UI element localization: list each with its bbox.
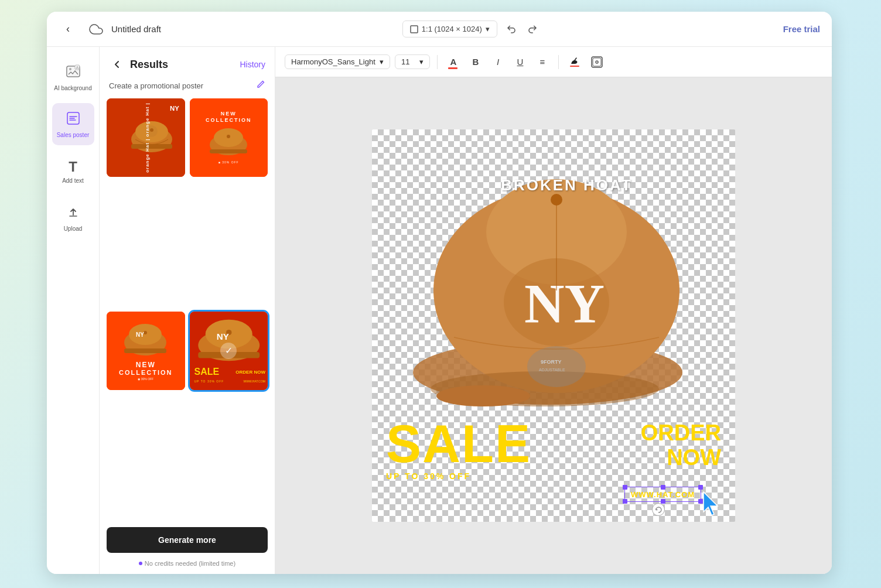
sidebar-item-upload[interactable]: Upload: [52, 197, 94, 239]
font-chevron-icon: ▾: [380, 57, 384, 66]
format-toolbar: HarmonyOS_Sans_Light ▾ 11 ▾ A B I: [275, 47, 832, 77]
result-card-3[interactable]: NY NEW COLLECTION ◉ 30% OFF: [107, 312, 185, 390]
canvas-workspace[interactable]: NY 9FORTY ADJUSTABLE: [275, 77, 832, 574]
selection-handle-bc: [661, 499, 665, 504]
card1-rotated-text: orange Hat | orange Hat |: [145, 102, 150, 173]
card2-hat-svg: [207, 126, 251, 158]
panel-back-button[interactable]: [109, 56, 125, 73]
svg-point-16: [227, 135, 230, 138]
cursor-arrow: [699, 490, 722, 522]
card4-sale: SALE: [194, 367, 220, 377]
ai-background-icon: AI: [66, 64, 81, 83]
card4-upto: UP TO 30% OFF: [194, 380, 224, 383]
card3-new: NEW: [136, 361, 156, 369]
cloud-icon: [87, 20, 105, 39]
card4-order: ORDER NOW: [235, 370, 265, 375]
card3-sub: ◉ 30% OFF: [138, 377, 153, 381]
panel-subtitle: Create a promotional poster: [100, 77, 275, 98]
bold-button[interactable]: B: [467, 53, 484, 71]
fill-icon: [569, 57, 580, 67]
sidebar-sales-poster-label: Sales poster: [57, 132, 90, 138]
font-family-select[interactable]: HarmonyOS_Sans_Light ▾: [285, 54, 390, 69]
effects-icon: [591, 56, 603, 68]
selection-handle-tr: [698, 485, 703, 490]
size-chevron-icon: ▾: [419, 57, 424, 66]
free-trial-button[interactable]: Free trial: [783, 24, 820, 34]
format-separator-1: [437, 55, 438, 69]
svg-text:NY: NY: [216, 331, 228, 341]
result-card-2[interactable]: NEWCOLLECTION ■ 30% OFF: [190, 98, 268, 177]
italic-button[interactable]: I: [489, 53, 507, 71]
font-size-label: 11: [401, 57, 409, 66]
font-size-select[interactable]: 11 ▾: [395, 54, 430, 69]
results-grid: orange Hat | orange Hat | NY: [100, 98, 275, 520]
italic-label: I: [497, 57, 499, 67]
svg-point-11: [150, 128, 153, 132]
selection-handle-bl: [623, 499, 627, 504]
www-text: WWW.HAT.COM: [631, 490, 695, 499]
svg-rect-19: [124, 348, 166, 353]
left-sidebar: AI AI background Sales poster T Add text: [47, 47, 100, 574]
align-label: ≡: [540, 57, 545, 67]
order-now-container: ORDERNOW: [641, 421, 721, 470]
card3-collection: COLLECTION: [119, 369, 173, 376]
check-overlay: ✓: [220, 343, 237, 359]
fill-color-button[interactable]: [566, 53, 583, 71]
history-link[interactable]: History: [240, 60, 265, 69]
sidebar-add-text-label: Add text: [62, 177, 84, 184]
result-card-1[interactable]: orange Hat | orange Hat | NY: [107, 98, 185, 177]
align-button[interactable]: ≡: [534, 53, 551, 71]
card1-logo-svg: NY: [170, 103, 180, 114]
card4-www: WWW.HAT.COM: [244, 380, 265, 383]
back-button[interactable]: ‹: [59, 20, 77, 39]
panel-title: Results: [130, 59, 235, 71]
rotate-handle[interactable]: [652, 503, 665, 516]
credits-dot-icon: [139, 562, 142, 565]
result-card-4[interactable]: NY ✓ SALE UP TO 30% OFF ORDER NOW WWW.HA…: [190, 312, 268, 390]
svg-rect-0: [411, 26, 418, 33]
selection-handle-tl: [623, 485, 627, 490]
hat-main-svg: NY 9FORTY ADJUSTABLE: [407, 165, 700, 428]
svg-rect-15: [210, 149, 247, 153]
effects-button[interactable]: [588, 53, 606, 71]
svg-rect-27: [570, 66, 579, 67]
text-color-button[interactable]: A: [445, 53, 462, 71]
add-text-icon: T: [69, 159, 77, 175]
text-color-underline: [448, 67, 457, 69]
svg-text:AI: AI: [76, 66, 80, 70]
sidebar-item-sales-poster[interactable]: Sales poster: [52, 103, 94, 145]
svg-text:ADJUSTABLE: ADJUSTABLE: [539, 368, 565, 372]
svg-rect-29: [593, 58, 601, 66]
no-credits-label: No credits needed (limited time): [100, 560, 275, 574]
format-separator-2: [558, 55, 559, 69]
sale-text: SALE: [386, 418, 531, 470]
svg-rect-9: [131, 144, 172, 149]
sidebar-item-ai-background[interactable]: AI AI background: [52, 56, 94, 98]
sale-text-container: SALE UP TO 30% OFF: [386, 418, 531, 481]
broken-hoat-text: BROKEN HOAT: [501, 176, 633, 194]
svg-text:NY: NY: [524, 273, 605, 335]
edit-icon[interactable]: [256, 80, 265, 91]
generate-more-button[interactable]: Generate more: [107, 527, 268, 553]
draft-title: Untitled draft: [111, 24, 161, 34]
text-color-A: A: [450, 57, 457, 67]
www-text-container[interactable]: WWW.HAT.COM: [624, 487, 701, 502]
underline-button[interactable]: U: [511, 53, 529, 71]
sales-poster-icon: [66, 111, 81, 129]
sidebar-ai-background-label: AI background: [54, 85, 92, 91]
svg-point-39: [527, 346, 586, 387]
canvas-size-button[interactable]: 1:1 (1024 × 1024) ▾: [402, 20, 497, 37]
panel-header: Results History: [100, 47, 275, 77]
sidebar-upload-label: Upload: [64, 225, 83, 232]
panel-subtitle-text: Create a promotional poster: [109, 81, 203, 90]
underline-label: U: [517, 57, 524, 67]
chevron-down-icon: ▾: [486, 25, 490, 33]
undo-redo-group: [502, 20, 542, 39]
sidebar-item-add-text[interactable]: T Add text: [52, 150, 94, 192]
redo-button[interactable]: [523, 20, 542, 39]
upload-icon: [66, 204, 81, 223]
top-bar: ‹ Untitled draft 1:1 (1024 × 1024) ▾: [47, 12, 832, 47]
app-container: ‹ Untitled draft 1:1 (1024 × 1024) ▾: [47, 12, 832, 574]
main-area: AI AI background Sales poster T Add text: [47, 47, 832, 574]
undo-button[interactable]: [502, 20, 521, 39]
